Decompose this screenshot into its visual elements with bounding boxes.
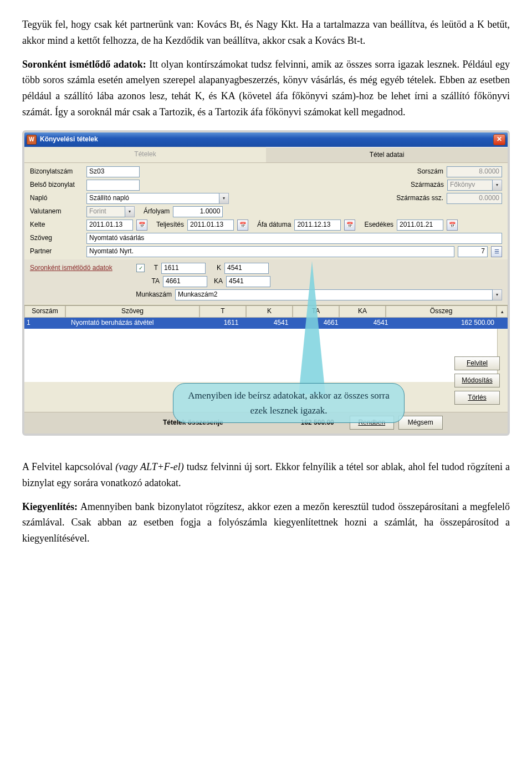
data-grid: Sorszám Szöveg T K TA KA Összeg ▴ 1 Nyom… [24,305,508,382]
lbl-afadatum: Áfa dátuma [257,220,291,230]
paragraph-4: Kiegyenlítés: Amennyiben bank bizonylato… [22,499,510,547]
col-TA[interactable]: TA [293,305,339,318]
lbl-TA: TA [147,276,160,287]
cell-K: 4541 [256,318,306,329]
lbl-esedekes: Esedékes [364,220,393,230]
para2-lead: Soronként ismétlődő adatok: [22,59,146,70]
lbl-bizonylatszam: Bizonylatszám [30,166,83,177]
col-sorszam[interactable]: Sorszám [24,305,65,318]
chevron-down-icon[interactable]: ▾ [493,289,502,300]
cell-TA: 4661 [306,318,356,329]
paragraph-2: Soronként ismétlődő adatok: Itt olyan ko… [22,57,510,120]
input-belso[interactable] [86,180,140,191]
col-szoveg[interactable]: Szöveg [65,305,200,318]
cell-osszeg: 162 500.00 [406,318,508,329]
scroll-up-icon[interactable]: ▴ [497,305,508,318]
select-munkaszam[interactable]: Munkaszám2 [175,289,493,300]
calendar-icon[interactable]: 📅 [136,220,147,231]
chevron-down-icon: ▾ [493,180,502,191]
para4-rest: Amennyiben bank bizonylatot rögzítesz, a… [22,501,510,544]
lbl-partner: Partner [30,246,83,257]
para3-i: (vagy ALT+F-el) [115,461,184,472]
input-KA[interactable]: 4541 [226,276,270,287]
btn-torles[interactable]: Törlés [454,391,500,405]
lbl-K: K [209,263,221,273]
input-TA[interactable]: 4661 [163,276,207,287]
input-esedekes[interactable]: 2011.01.21 [397,220,443,231]
footer-bar: Tételek összesenje 162 500.00 Rendben Mé… [24,412,508,433]
input-partner[interactable]: Nyomtató Nyrt. [86,246,454,257]
input-partnerid[interactable]: 7 [458,246,488,257]
close-icon[interactable]: ✕ [493,134,505,145]
lbl-KA: KA [211,276,223,287]
select-naplo[interactable]: Szállító napló [86,193,219,204]
btn-rendben[interactable]: Rendben [350,416,394,430]
lookup-icon[interactable]: ☰ [491,246,502,257]
col-K[interactable]: K [246,305,293,318]
lbl-teljesites: Teljesítés [156,220,184,230]
cell-T: 1611 [206,318,256,329]
screenshot-panel: W Könyvelési tételek ✕ Tételek Tétel ada… [22,130,510,436]
lbl-szarmazas: Származás [411,180,444,190]
input-bizonylatszam[interactable]: Sz03 [86,166,140,177]
footer-total: 162 500.00 [223,417,345,428]
cell-sorszam: 1 [24,318,69,329]
select-valutanem: Forint [86,206,125,217]
btn-modositas[interactable]: Módosítás [454,374,500,387]
paragraph-1: Tegyük fel, hogy csak két partnerünk van… [22,17,510,49]
app-icon: W [27,135,37,145]
chevron-down-icon[interactable]: ▾ [219,193,229,204]
input-szarmazasssz: 0.0000 [447,193,502,204]
input-teljesites[interactable]: 2011.01.13 [187,220,234,231]
lbl-valutanem: Valutanem [30,206,83,217]
lbl-belso: Belső bizonylat [30,180,83,190]
col-KA[interactable]: KA [339,305,386,318]
input-T[interactable]: 1611 [161,263,206,274]
input-kelte[interactable]: 2011.01.13 [86,220,133,231]
cell-KA: 4541 [356,318,406,329]
lbl-kelte: Kelte [30,220,83,230]
cell-szoveg: Nyomtató beruházás átvétel [69,318,206,329]
col-osszeg[interactable]: Összeg [386,305,497,318]
tab-tetel-adatai[interactable]: Tétel adatai [266,147,508,163]
tabs: Tételek Tétel adatai [24,147,508,163]
calendar-icon[interactable]: 📅 [344,220,355,231]
window-title: Könyvelési tételek [40,134,493,145]
window-titlebar: W Könyvelési tételek ✕ [24,132,508,147]
calendar-icon[interactable]: 📅 [447,220,458,231]
lbl-soronkent-ismetlodo: Soronként ismétlödö adatok [30,263,133,273]
table-row[interactable]: 1 Nyomtató beruházás átvétel 1611 4541 4… [24,318,508,329]
lbl-szoveg: Szöveg [30,233,83,243]
input-sorszam: 8.0000 [447,166,502,177]
lbl-szarmazasssz: Származás ssz. [396,193,443,203]
para3-a: A Felvitel kapcsolóval [22,461,115,472]
input-afadatum[interactable]: 2011.12.13 [294,220,341,231]
btn-megsem[interactable]: Mégsem [398,416,443,430]
para4-lead: Kiegyenlítés: [22,501,78,512]
chevron-down-icon: ▾ [125,206,135,217]
calendar-icon[interactable]: 📅 [237,220,248,231]
select-szarmazas: Főkönyv [447,180,493,191]
lbl-naplo: Napló [30,193,83,203]
lbl-sorszam: Sorszám [417,166,443,177]
lbl-arfolyam: Árfolyam [144,206,170,217]
footer-label: Tételek összesenje [30,417,223,428]
lbl-munkaszam: Munkaszám [127,289,172,300]
input-K[interactable]: 4541 [224,263,269,274]
btn-felvitel[interactable]: Felvitel [454,356,500,370]
col-T[interactable]: T [200,305,246,318]
lbl-T: T [148,263,158,273]
input-szoveg[interactable]: Nyomtató vásárlás [86,233,502,244]
checkbox-repeat[interactable]: ✓ [136,264,145,272]
tab-tetelek[interactable]: Tételek [24,147,266,163]
grid-empty-area [24,329,508,382]
paragraph-3: A Felvitel kapcsolóval (vagy ALT+F-el) t… [22,459,510,491]
input-arfolyam[interactable]: 1.0000 [173,206,223,217]
